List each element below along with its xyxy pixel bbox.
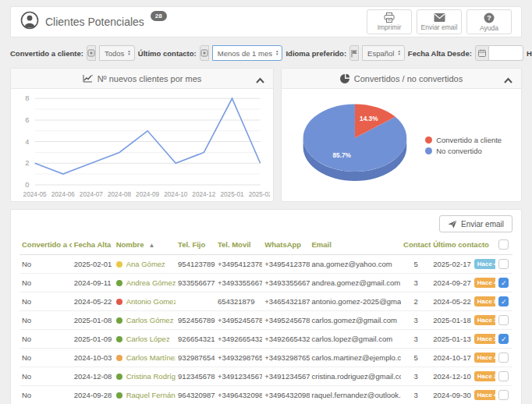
client-name-link[interactable]: Raquel Fernández	[126, 391, 176, 399]
send-email-header-button[interactable]: Enviar email	[417, 9, 462, 34]
cell-nombre: Antonio Gomez	[114, 292, 176, 311]
row-checkbox[interactable]	[498, 315, 509, 325]
svg-text:4: 4	[25, 138, 29, 146]
select-all-checkbox[interactable]	[498, 239, 509, 250]
col-header-fecha-alta[interactable]: Fecha Alta	[72, 236, 114, 255]
filter-square-icon	[87, 49, 95, 57]
pie-chart-panel-header: Convertidos / no convertidos	[282, 69, 521, 89]
charts-row: Nº nuevos clientes por mes 024682024-052…	[10, 68, 522, 202]
cell-contactos: 3	[401, 330, 431, 349]
svg-text:2024-10: 2024-10	[164, 191, 187, 198]
calendar-icon	[478, 49, 486, 57]
cell-fecha-alta: 2024-05-22	[72, 292, 114, 311]
select-arrows-icon: ▲▼	[275, 50, 278, 56]
cell-fecha-alta: 2024-10-03	[72, 349, 114, 367]
table-body: No2025-02-01Ana Gómez954123789+349541237…	[20, 255, 512, 404]
cell-select	[495, 349, 512, 367]
date-from-input[interactable]	[489, 45, 523, 61]
cell-ultimo-contacto: 2024-09-27Hace 4 meses	[431, 274, 495, 292]
client-name-link[interactable]: Ana Gómez	[126, 260, 165, 268]
col-header-contactos[interactable]: Contactos	[401, 236, 431, 255]
cell-nombre: Raquel Fernández	[114, 386, 176, 404]
col-header-email[interactable]: Email	[310, 236, 402, 255]
svg-text:2024-09: 2024-09	[136, 191, 159, 198]
pie-chart-panel-title: Convertidos / no convertidos	[340, 74, 463, 83]
send-email-button[interactable]: Enviar email	[439, 215, 512, 232]
col-header-nombre-label: Nombre	[116, 240, 144, 249]
cell-converted: No	[20, 349, 72, 367]
header-panel: Clientes Potenciales 28 Imprimir Enviar …	[10, 6, 522, 37]
cell-tel-fijo: 912345678	[176, 367, 215, 386]
svg-text:14.3%: 14.3%	[360, 115, 378, 122]
last-contact-filter-addon[interactable]	[200, 45, 209, 61]
last-contact-filter-label: Último contacto:	[138, 49, 197, 58]
status-dot-icon	[116, 355, 122, 361]
send-email-button-label: Enviar email	[461, 220, 504, 229]
chevron-up-icon	[255, 77, 265, 84]
col-header-select	[495, 236, 512, 255]
table-header-row: Convertido a cliente Fecha Alta Nombre▲ …	[20, 236, 512, 255]
cell-email: andrea.gomez@gmail.com	[310, 274, 402, 292]
legend-item-not-converted: No convertido	[425, 147, 502, 155]
time-ago-badge: Hace 2 meses	[474, 371, 495, 381]
time-ago-badge: Hace 1 mes	[474, 334, 495, 344]
collapse-line-chart-button[interactable]	[255, 73, 265, 87]
cell-whatsapp: +34954123789	[262, 255, 309, 274]
cell-converted: No	[20, 367, 72, 386]
svg-text:85.7%: 85.7%	[332, 152, 351, 159]
last-contact-filter-value: Menos de 1 mes	[218, 49, 272, 58]
row-checkbox[interactable]: ✓	[498, 334, 509, 344]
svg-text:2024-06: 2024-06	[51, 191, 75, 198]
line-chart-panel: Nº nuevos clientes por mes 024682024-052…	[10, 68, 274, 202]
status-dot-icon	[116, 317, 122, 324]
cell-fecha-alta: 2024-09-28	[72, 386, 114, 404]
client-name-link[interactable]: Antonio Gomez	[126, 297, 176, 306]
cell-contactos: 3	[401, 367, 431, 386]
legend-item-converted: Convertido a cliente	[425, 136, 502, 144]
cell-converted: No	[20, 274, 72, 292]
cell-fecha-alta: 2025-02-01	[72, 255, 114, 274]
client-name-link[interactable]: Cristina Rodríguez	[126, 372, 176, 381]
col-header-tel-fijo[interactable]: Tel. Fijo	[176, 236, 215, 255]
client-name-link[interactable]: Andrea Gómez	[126, 278, 176, 287]
cell-whatsapp: +34933556677	[262, 274, 309, 292]
collapse-pie-chart-button[interactable]	[503, 73, 513, 87]
cell-email: raquel.fernandez@outlook.com	[310, 386, 402, 404]
converted-filter-select[interactable]: Todos ▲▼	[99, 45, 135, 61]
page-title: Clientes Potenciales	[45, 16, 144, 28]
client-name-link[interactable]: Carlos Gómez	[126, 316, 174, 324]
language-filter-addon[interactable]	[349, 45, 359, 61]
col-header-tel-movil[interactable]: Tel. Movil	[215, 236, 262, 255]
pie-chart-body: 14.3%85.7% Convertido a cliente No conve…	[282, 89, 521, 201]
row-checkbox[interactable]	[498, 259, 509, 269]
col-header-ultimo-contacto[interactable]: Último contacto	[431, 236, 495, 255]
row-checkbox[interactable]	[498, 353, 509, 363]
cell-tel-fijo: 933556677	[176, 274, 215, 292]
date-from-group	[475, 45, 523, 61]
cell-fecha-alta: 2025-01-09	[72, 330, 114, 349]
help-button[interactable]: ? Ayuda	[466, 9, 512, 34]
cell-contactos: 3	[401, 274, 431, 292]
clients-table: Convertido a cliente Fecha Alta Nombre▲ …	[20, 236, 512, 404]
client-name-link[interactable]: Carlos López	[126, 335, 170, 343]
client-name-link[interactable]: Carlos Martínez	[126, 353, 176, 362]
printer-icon	[384, 12, 395, 23]
row-checkbox[interactable]: ✓	[498, 296, 509, 307]
cell-select	[495, 311, 512, 330]
print-button[interactable]: Imprimir	[367, 9, 412, 34]
cell-fecha-alta: 2025-01-08	[72, 311, 114, 330]
cell-tel-fijo: 952456789	[176, 311, 215, 330]
col-header-converted[interactable]: Convertido a cliente	[20, 236, 72, 255]
row-checkbox[interactable]	[498, 390, 509, 400]
date-from-addon[interactable]	[475, 45, 489, 61]
cell-nombre: Carlos López	[114, 330, 176, 349]
converted-filter-label: Convertido a cliente:	[10, 49, 83, 58]
col-header-whatsapp[interactable]: WhatsApp	[262, 236, 309, 255]
language-filter-select[interactable]: Español ▲▼	[362, 45, 405, 61]
last-contact-filter-select[interactable]: Menos de 1 mes ▲▼	[212, 45, 283, 61]
cell-email: ana.gomez@yahoo.com	[310, 255, 402, 274]
col-header-nombre[interactable]: Nombre▲	[114, 236, 176, 255]
converted-filter-addon[interactable]	[87, 45, 96, 61]
row-checkbox[interactable]: ✓	[498, 278, 509, 288]
row-checkbox[interactable]	[498, 371, 509, 381]
